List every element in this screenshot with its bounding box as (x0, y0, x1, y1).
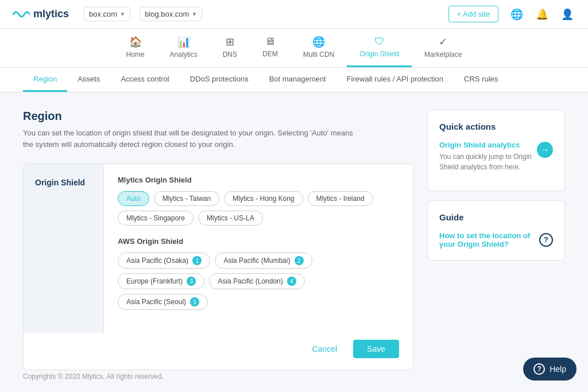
tag-hong-kong[interactable]: Mlytics - Hong Kong (224, 191, 303, 206)
badge-mumbai: 2 (295, 256, 304, 265)
nav-label-analytics: Analytics (170, 51, 198, 59)
badge-frankfurt: 3 (187, 277, 196, 286)
top-bar: mlytics box.com ▼ blog.box.com ▼ + Add s… (0, 0, 588, 29)
nav-item-dns[interactable]: ⊞ DNS (210, 29, 250, 67)
analytics-desc: You can quickly jump to Origin Shield an… (439, 153, 532, 171)
cancel-button[interactable]: Cancel (303, 340, 346, 358)
mlytics-section-title: Mlytics Origin Shield (118, 176, 399, 184)
card-label: Origin Shield (24, 164, 104, 333)
subnav-ddos[interactable]: DDoS protections (180, 68, 259, 92)
analytics-link[interactable]: Origin Shield analytics (439, 141, 532, 149)
guide-title: Guide (439, 212, 553, 222)
domain1-selector[interactable]: box.com ▼ (84, 7, 130, 21)
footer-text: Copyrights © 2020 Mlytics. All rights re… (23, 372, 164, 381)
aws-tags: Asia Pacific (Osaka) 1 Asia Pacific (Mum… (118, 253, 399, 310)
question-icon: ? (539, 233, 553, 247)
sub-nav: Region Assets Access control DDoS protec… (0, 68, 588, 92)
domain2-selector[interactable]: blog.box.com ▼ (140, 7, 202, 21)
subnav-bot[interactable]: Bot management (259, 68, 336, 92)
help-button[interactable]: ? Help (523, 358, 577, 381)
card-inner: Origin Shield Mlytics Origin Shield Auto… (24, 164, 413, 333)
nav-label-originshield: Origin Shield (359, 50, 399, 58)
nav-label-home: Home (126, 51, 145, 59)
dns-icon: ⊞ (226, 36, 234, 48)
help-label: Help (550, 364, 566, 374)
tag-seoul[interactable]: Asia Pacific (Seoul) 5 (118, 294, 208, 310)
right-panel: Quick actions Origin Shield analytics Yo… (427, 110, 565, 370)
chevron-down-icon: ▼ (119, 11, 125, 17)
badge-osaka: 1 (192, 256, 202, 265)
user-icon[interactable]: 👤 (558, 5, 577, 24)
nav-label-multicdn: Multi CDN (303, 51, 335, 59)
quick-actions-title: Quick actions (439, 122, 553, 131)
page-description: You can set the location of origin shiel… (23, 127, 356, 150)
subnav-region[interactable]: Region (23, 68, 67, 92)
card-body: Mlytics Origin Shield Auto Mlytics - Tai… (104, 164, 413, 333)
tag-frankfurt[interactable]: Europe (Frankfurt) 3 (118, 273, 204, 289)
nav-label-dns: DNS (223, 51, 237, 59)
logo: mlytics (11, 7, 69, 21)
originshield-icon: 🛡 (374, 36, 385, 48)
bell-icon[interactable]: 🔔 (533, 5, 551, 24)
page-title: Region (23, 110, 413, 123)
badge-seoul: 5 (190, 297, 199, 306)
quick-actions-card: Quick actions Origin Shield analytics Yo… (427, 110, 565, 191)
subnav-assets[interactable]: Assets (67, 68, 110, 92)
tag-ireland[interactable]: Mlytics - Ireland (308, 191, 373, 206)
save-button[interactable]: Save (353, 340, 399, 358)
add-site-button[interactable]: + Add site (448, 6, 498, 22)
dem-icon: 🖥 (265, 36, 275, 48)
help-icon: ? (533, 363, 545, 375)
main-nav: 🏠 Home 📊 Analytics ⊞ DNS 🖥 DEM 🌐 Multi C… (0, 29, 588, 68)
footer: Copyrights © 2020 Mlytics. All rights re… (0, 361, 187, 392)
tag-us-la[interactable]: Mlytics - US-LA (198, 211, 263, 226)
globe-icon[interactable]: 🌐 (508, 5, 526, 24)
tag-london[interactable]: Asia Pacific (London) 4 (209, 273, 305, 289)
logo-text: mlytics (33, 8, 69, 20)
nav-label-marketplace: Marketplace (424, 51, 462, 59)
guide-item-set-location: How to set the location of your Origin S… (439, 231, 553, 249)
subnav-crs[interactable]: CRS rules (454, 68, 508, 92)
main-panel: Region You can set the location of origi… (23, 110, 413, 370)
quick-action-analytics: Origin Shield analytics You can quickly … (439, 141, 553, 172)
marketplace-icon: ✓ (439, 36, 447, 48)
tag-taiwan[interactable]: Mlytics - Taiwan (154, 191, 219, 206)
logo-icon (11, 7, 30, 21)
content-area: Region You can set the location of origi… (0, 92, 588, 387)
analytics-icon: 📊 (177, 36, 190, 48)
multicdn-icon: 🌐 (312, 36, 325, 48)
guide-card: Guide How to set the location of your Or… (427, 200, 565, 261)
tag-mumbai[interactable]: Asia Pacific (Mumbai) 2 (215, 253, 312, 269)
tag-singapore[interactable]: Mlytics - Singapore (118, 211, 194, 226)
tag-auto[interactable]: Auto (118, 191, 149, 206)
chevron-down-icon: ▼ (191, 11, 197, 17)
nav-item-home[interactable]: 🏠 Home (114, 29, 157, 67)
nav-item-dem[interactable]: 🖥 DEM (250, 29, 291, 67)
origin-shield-card: Origin Shield Mlytics Origin Shield Auto… (23, 164, 413, 370)
nav-label-dem: DEM (262, 50, 278, 58)
nav-item-multicdn[interactable]: 🌐 Multi CDN (291, 29, 347, 67)
guide-link[interactable]: How to set the location of your Origin S… (439, 231, 535, 249)
nav-item-analytics[interactable]: 📊 Analytics (157, 29, 210, 67)
mlytics-tags: Auto Mlytics - Taiwan Mlytics - Hong Kon… (118, 191, 399, 226)
aws-section-title: AWS Origin Shield (118, 237, 399, 246)
subnav-access-control[interactable]: Access control (110, 68, 180, 92)
top-bar-icons: 🌐 🔔 👤 (508, 5, 577, 24)
tag-osaka[interactable]: Asia Pacific (Osaka) 1 (118, 253, 210, 269)
arrow-icon[interactable]: → (537, 142, 553, 158)
nav-item-marketplace[interactable]: ✓ Marketplace (412, 29, 474, 67)
subnav-firewall[interactable]: Firewall rules / API protection (336, 68, 454, 92)
home-icon: 🏠 (129, 36, 142, 48)
badge-london: 4 (287, 277, 296, 286)
nav-item-originshield[interactable]: 🛡 Origin Shield (347, 29, 412, 67)
